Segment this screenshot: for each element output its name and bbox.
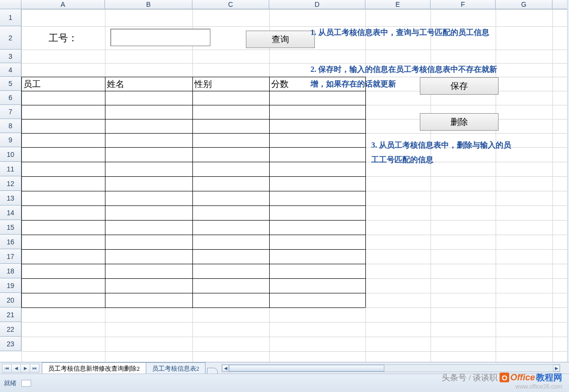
row-header-6[interactable]: 6 bbox=[0, 91, 21, 105]
row-header-23[interactable]: 23 bbox=[0, 337, 21, 351]
row-header-12[interactable]: 12 bbox=[0, 176, 21, 191]
sheet-tabs: 员工考核信息新增修改查询删除2 员工考核信息表2 bbox=[42, 362, 218, 374]
row-header-16[interactable]: 16 bbox=[0, 235, 21, 249]
row-header-20[interactable]: 20 bbox=[0, 293, 21, 307]
save-button[interactable]: 保存 bbox=[420, 77, 499, 95]
tab-nav-prev[interactable]: ◀ bbox=[11, 364, 21, 373]
tab-nav-next[interactable]: ▶ bbox=[20, 364, 30, 373]
tab-active[interactable]: 员工考核信息新增修改查询删除2 bbox=[42, 362, 146, 375]
note-2-line1: 2. 保存时，输入的信息在员工考核信息表中不存在就新 bbox=[310, 64, 569, 75]
tab-inactive[interactable]: 员工考核信息表2 bbox=[146, 362, 206, 375]
macro-record-icon[interactable] bbox=[21, 380, 31, 387]
row-header-19[interactable]: 19 bbox=[0, 278, 21, 293]
th-employee[interactable]: 员工 bbox=[21, 77, 105, 91]
hscroll-right[interactable]: ▶ bbox=[553, 365, 560, 372]
row-header-3[interactable]: 3 bbox=[0, 50, 21, 63]
gridlines bbox=[21, 9, 569, 362]
hscrollbar[interactable]: ◀ ▶ bbox=[222, 364, 560, 372]
column-headers: A B C D E F G H bbox=[0, 0, 569, 9]
row-header-22[interactable]: 22 bbox=[0, 322, 21, 337]
tab-nav-first[interactable]: ⏮ bbox=[2, 364, 12, 373]
id-input[interactable] bbox=[110, 29, 210, 46]
col-header-D[interactable]: D bbox=[269, 0, 365, 9]
th-gender[interactable]: 性别 bbox=[192, 77, 269, 91]
row-header-9[interactable]: 9 bbox=[0, 133, 21, 147]
logo-jiao: 教程网 bbox=[536, 372, 562, 383]
logo-office: Office bbox=[510, 373, 535, 383]
row-header-10[interactable]: 10 bbox=[0, 147, 21, 162]
status-bar: 就绪 头条号 / 谈谈职 O Office教程网 www.office26.co… bbox=[0, 374, 569, 392]
cell-grid[interactable]: 工号： 查询 保存 删除 1. 从员工考核信息表中，查询与工号匹配的员工信息 2… bbox=[21, 9, 569, 362]
watermark-source: 头条号 / 谈谈职 bbox=[442, 373, 498, 382]
th-name[interactable]: 姓名 bbox=[105, 77, 192, 91]
status-text: 就绪 bbox=[4, 379, 17, 388]
logo-icon: O bbox=[500, 373, 509, 382]
col-header-C[interactable]: C bbox=[192, 0, 269, 9]
row-header-13[interactable]: 13 bbox=[0, 191, 21, 205]
row-header-1[interactable]: 1 bbox=[0, 9, 21, 26]
row-header-2[interactable]: 2 bbox=[0, 26, 21, 50]
tab-nav-last[interactable]: ⏭ bbox=[30, 364, 39, 373]
tab-nav-buttons: ⏮ ◀ ▶ ⏭ bbox=[2, 364, 39, 373]
col-header-E[interactable]: E bbox=[365, 0, 431, 9]
select-all-corner[interactable] bbox=[0, 0, 21, 9]
col-header-B[interactable]: B bbox=[105, 0, 192, 9]
worksheet-area: A B C D E F G H 123456789101112131415161… bbox=[0, 0, 569, 362]
th-score[interactable]: 分数 bbox=[269, 77, 365, 91]
hscroll-left[interactable]: ◀ bbox=[222, 365, 229, 372]
row-headers: 1234567891011121314151617181920212223 bbox=[0, 9, 21, 351]
col-header-F[interactable]: F bbox=[431, 0, 496, 9]
row-header-8[interactable]: 8 bbox=[0, 119, 21, 133]
col-header-A[interactable]: A bbox=[21, 0, 105, 9]
delete-button[interactable]: 删除 bbox=[420, 113, 499, 131]
note-3-line2: 工工号匹配的信息 bbox=[371, 154, 569, 166]
row-header-18[interactable]: 18 bbox=[0, 264, 21, 278]
row-header-14[interactable]: 14 bbox=[0, 205, 21, 220]
row-header-11[interactable]: 11 bbox=[0, 162, 21, 176]
vscroll-gutter bbox=[567, 0, 569, 362]
col-header-G[interactable]: G bbox=[496, 0, 552, 9]
row-header-15[interactable]: 15 bbox=[0, 220, 21, 235]
row-header-17[interactable]: 17 bbox=[0, 249, 21, 264]
row-header-7[interactable]: 7 bbox=[0, 105, 21, 119]
watermark-logo: O Office教程网 bbox=[500, 372, 562, 383]
id-label: 工号： bbox=[21, 26, 105, 50]
note-3-line1: 3. 从员工考核信息表中，删除与输入的员 bbox=[371, 139, 569, 151]
row-header-21[interactable]: 21 bbox=[0, 307, 21, 322]
col-header-H[interactable]: H bbox=[552, 0, 569, 9]
query-button[interactable]: 查询 bbox=[246, 31, 315, 48]
note-1: 1. 从员工考核信息表中，查询与工号匹配的员工信息 bbox=[310, 27, 569, 38]
row-header-4[interactable]: 4 bbox=[0, 63, 21, 77]
hscroll-thumb[interactable] bbox=[229, 365, 384, 372]
watermark-url: www.office26.com bbox=[442, 383, 562, 390]
watermark: 头条号 / 谈谈职 O Office教程网 www.office26.com bbox=[442, 372, 562, 390]
row-header-5[interactable]: 5 bbox=[0, 77, 21, 91]
